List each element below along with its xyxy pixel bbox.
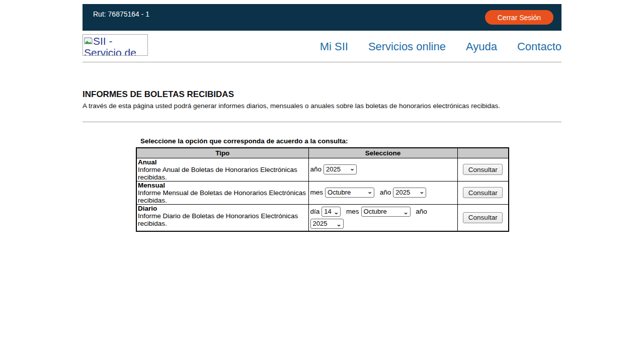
year-label: año (380, 189, 391, 196)
year-label: año (310, 165, 322, 173)
main-nav: Mi SII Servicios online Ayuda Contacto (320, 40, 561, 53)
table-row-anual: Anual Informe Anual de Boletas de Honora… (136, 158, 509, 181)
year-field: año2025⌄ (310, 165, 357, 173)
session-topbar: Rut: 76875164 - 1 Cerrar Sesión (83, 4, 561, 31)
day-label: día (310, 208, 320, 215)
row-description: Informe Diario de Boletas de Honorarios … (138, 212, 298, 227)
action-cell: Consultar (457, 204, 509, 231)
page-description: A través de esta página usted podrá gene… (83, 102, 561, 110)
row-description: Informe Anual de Boletas de Honorarios E… (138, 166, 297, 181)
action-cell: Consultar (457, 158, 509, 181)
row-description: Informe Mensual de Boletas de Honorarios… (138, 189, 306, 204)
sii-logo[interactable]: SII - Servicio de (83, 34, 148, 56)
row-type-label: Anual (138, 158, 157, 166)
seleccione-cell: mesOctubre⌄ año2025⌄ (308, 181, 457, 204)
page-container: Rut: 76875164 - 1 Cerrar Sesión SII - Se… (83, 0, 561, 232)
consultar-mensual-button[interactable]: Consultar (463, 187, 503, 198)
logout-button[interactable]: Cerrar Sesión (485, 10, 553, 25)
month-label: mes (310, 189, 324, 196)
year-field: año2025⌄ (380, 189, 427, 196)
row-type-label: Diario (138, 205, 157, 212)
diario-day-select[interactable]: 14 (321, 207, 341, 217)
row-type-label: Mensual (138, 182, 165, 189)
page-title: INFORMES DE BOLETAS RECIBIDAS (83, 89, 561, 100)
month-label: mes (346, 208, 359, 215)
day-field: día14⌄ (310, 208, 343, 215)
diario-fields-line-2: 2025⌄ (310, 218, 456, 230)
brand-nav-row: SII - Servicio de Mi SII Servicios onlin… (83, 31, 561, 62)
diario-fields-line-1: día14⌄ mesOctubre⌄ año (310, 206, 456, 218)
mensual-month-select[interactable]: Octubre (325, 188, 374, 198)
seleccione-cell: año2025⌄ (308, 158, 457, 181)
year-label: año (416, 208, 427, 215)
tipo-cell: Diario Informe Diario de Boletas de Hono… (136, 204, 308, 231)
nav-item-contacto[interactable]: Contacto (517, 40, 561, 53)
nav-item-mi-sii[interactable]: Mi SII (320, 40, 348, 53)
month-field: mesOctubre⌄ (310, 189, 376, 196)
table-header-row: Tipo Seleccione (136, 148, 509, 158)
nav-item-ayuda[interactable]: Ayuda (466, 40, 497, 53)
consulta-caption: Seleccione la opción que corresponda de … (140, 137, 561, 145)
tipo-cell: Anual Informe Anual de Boletas de Honora… (136, 158, 308, 181)
header-divider (83, 62, 561, 62)
column-header-seleccione: Seleccione (308, 148, 457, 158)
broken-image-icon (84, 37, 93, 45)
nav-item-servicios-online[interactable]: Servicios online (368, 40, 446, 53)
tipo-cell: Mensual Informe Mensual de Boletas de Ho… (136, 181, 308, 204)
table-row-mensual: Mensual Informe Mensual de Boletas de Ho… (136, 181, 509, 204)
consulta-section: Seleccione la opción que corresponda de … (136, 137, 561, 232)
column-header-accion (457, 148, 509, 158)
mensual-year-select[interactable]: 2025 (393, 188, 426, 198)
consulta-table: Tipo Seleccione Anual Informe Anual de B… (136, 147, 509, 232)
consultar-diario-button[interactable]: Consultar (463, 212, 503, 223)
diario-year-select[interactable]: 2025 (310, 219, 344, 229)
column-header-tipo: Tipo (136, 148, 308, 158)
table-row-diario: Diario Informe Diario de Boletas de Hono… (136, 204, 509, 231)
action-cell: Consultar (457, 181, 509, 204)
anual-year-select[interactable]: 2025 (324, 164, 357, 174)
seleccione-cell: día14⌄ mesOctubre⌄ año 2025⌄ (308, 204, 457, 231)
diario-month-select[interactable]: Octubre (361, 207, 411, 217)
consultar-anual-button[interactable]: Consultar (463, 164, 503, 175)
content-divider (83, 122, 561, 122)
rut-label: Rut: 76875164 - 1 (93, 10, 149, 18)
month-field: mesOctubre⌄ (346, 208, 412, 215)
